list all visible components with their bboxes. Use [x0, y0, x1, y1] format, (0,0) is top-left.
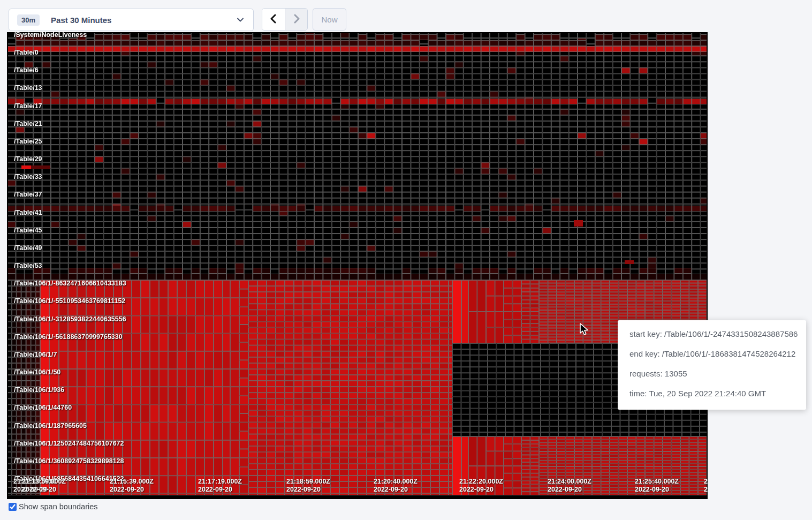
row-label: /Table/17 — [14, 102, 42, 110]
row-label: /Table/106/1/1250247484756107672 — [14, 440, 124, 447]
row-label: /Table/53 — [14, 262, 42, 269]
hover-tooltip: start key: /Table/106/1/-247433150824388… — [618, 320, 806, 410]
chevron-down-icon — [237, 16, 244, 24]
show-span-boundaries-checkbox[interactable] — [9, 503, 17, 511]
row-label: /Table/106/1/50 — [14, 368, 60, 376]
key-visualizer-heatmap[interactable] — [7, 32, 708, 499]
tooltip-end-key: end key: /Table/106/1/-18683814745282642… — [629, 344, 806, 364]
row-label: /Table/13 — [14, 84, 42, 92]
timescale-dropdown[interactable]: 30m Past 30 Minutes — [9, 9, 254, 31]
row-label: /Table/25 — [14, 138, 42, 145]
tooltip-requests: requests: 13055 — [629, 364, 806, 383]
x-tick-label: 21:20:40.000Z2022-09-20 — [374, 478, 418, 494]
mouse-cursor-icon — [579, 323, 591, 336]
row-label: /Table/41 — [14, 209, 42, 216]
row-label: /Table/106/1/7 — [14, 351, 57, 358]
row-label: /Table/45 — [14, 227, 42, 234]
row-label: /Table/29 — [14, 155, 42, 163]
row-label: /Table/106/1/-5510953463769811152 — [14, 297, 125, 305]
tooltip-start-key: start key: /Table/106/1/-247433150824388… — [629, 324, 806, 344]
x-tick-label: 21:15:39.000Z2022-09-20 — [110, 478, 154, 494]
x-tick-label: 21:17:19.000Z2022-09-20 — [198, 478, 242, 494]
row-label: /Table/106/1/187965605 — [14, 422, 87, 429]
timeframe-nav-group — [262, 8, 308, 31]
row-label: /Table/49 — [14, 244, 42, 252]
row-label: /Table/106/1/-561886370999765330 — [14, 333, 123, 341]
x-tick-label: 21:24:00.000Z2022-09-20 — [548, 478, 591, 494]
row-label: /Table/21 — [14, 120, 42, 127]
key-visualizer-page: 30m Past 30 Minutes Now /System/NodeLive… — [0, 0, 812, 520]
timescale-label: Past 30 Minutes — [51, 16, 111, 25]
show-span-boundaries-label: Show span boundaries — [19, 502, 98, 511]
row-label: /Table/0 — [14, 49, 39, 56]
chevron-right-icon — [292, 14, 301, 25]
row-label: /Table/106/1/-3128593822440635556 — [14, 315, 126, 323]
chevron-left-icon — [269, 14, 278, 25]
x-tick-label: 21:13:59.000Z2022-09-20 — [22, 478, 66, 494]
timescale-badge: 30m — [17, 14, 40, 26]
next-timeframe-button[interactable] — [285, 9, 307, 30]
x-tick-label: 21:22:20.000Z2022-09-20 — [459, 478, 503, 494]
x-tick-label: 21:27:20.000Z2022-09-20 — [704, 478, 708, 494]
key-visualizer-chart: /System/NodeLiveness/Table/0/Table/6/Tab… — [7, 32, 708, 499]
row-label: /Table/37 — [14, 191, 42, 198]
x-tick-label: 21:25:40.000Z2022-09-20 — [635, 478, 679, 494]
tooltip-time: time: Tue, 20 Sep 2022 21:24:40 GMT — [629, 383, 806, 403]
row-label: /Table/6 — [14, 66, 39, 74]
row-label: /Table/106/1/3608924758329898128 — [14, 457, 124, 465]
row-label: /Table/106/1/44760 — [14, 404, 72, 411]
show-span-boundaries-control: Show span boundaries — [9, 502, 98, 511]
prev-timeframe-button[interactable] — [262, 9, 285, 30]
row-label: /System/NodeLiveness — [14, 32, 87, 39]
row-label: /Table/106/1/-8632471606610433183 — [14, 280, 126, 287]
row-label: /Table/33 — [14, 173, 42, 180]
x-tick-label: 21:18:59.000Z2022-09-20 — [286, 478, 330, 494]
row-label: /Table/106/1/936 — [14, 386, 64, 394]
now-button[interactable]: Now — [313, 8, 346, 31]
